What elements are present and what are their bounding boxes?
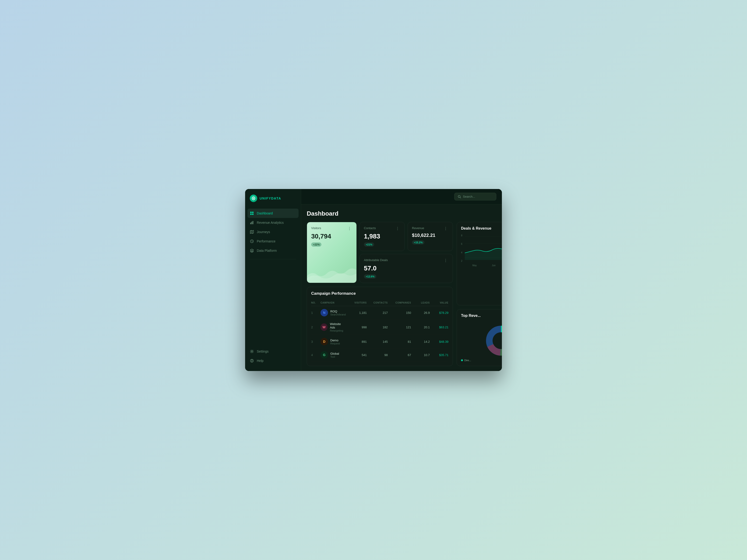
campaign-name: Global [330, 352, 339, 355]
row-num: 2 [311, 325, 320, 329]
campaign-type: Tool [330, 355, 339, 358]
deals-card-header: Attributable Deals ⋮ [364, 258, 448, 263]
campaign-table-header: NO. CAMPAIGN VISITORS CONTACTS COMPANIES… [311, 300, 448, 306]
revenue-label: Revenue [412, 226, 424, 230]
row-num: 4 [311, 353, 320, 357]
deals-badge: +12.6% [364, 274, 377, 278]
app-window: UNIFYDATA Dashboard [245, 189, 502, 371]
top-revenue-title: Top Reve... [461, 314, 481, 318]
main-content: Search... Dashboard Visitors ⋮ [301, 189, 502, 371]
map-icon [250, 230, 254, 234]
sidebar-item-revenue-label: Revenue Analytics [257, 221, 284, 224]
campaign-info: G Global Tool [320, 351, 346, 358]
svg-point-25 [495, 335, 502, 347]
revenue-more-btn[interactable]: ⋮ [443, 226, 448, 231]
deals-card-small: Attributable Deals ⋮ 57.0 +12.6% [360, 254, 453, 283]
revenue-value: $10,622.21 [412, 233, 448, 238]
sidebar-item-journeys[interactable]: Journeys [245, 227, 301, 237]
svg-rect-3 [252, 212, 254, 213]
right-panel: Deals & Revenue 8 6 4 2 [457, 222, 502, 366]
td-leads: 20.1 [411, 325, 430, 329]
td-visitors: 541 [346, 353, 367, 357]
sidebar-item-performance[interactable]: Performance [245, 237, 301, 246]
campaign-logo: W [320, 323, 328, 331]
svg-rect-4 [250, 213, 252, 215]
sidebar-item-settings-label: Settings [257, 349, 269, 353]
td-contacts: 182 [367, 325, 388, 329]
campaign-name: Website Ads [330, 322, 346, 329]
td-contacts: 217 [367, 311, 388, 315]
sidebar-item-data-platform[interactable]: Data Platform [245, 246, 301, 255]
sidebar-item-help-label: Help [257, 359, 263, 363]
table-row[interactable]: 4 G Global Tool 541 98 67 10.7 $35.71 [311, 348, 448, 362]
th-contacts: CONTACTS [367, 301, 388, 304]
deals-revenue-card: Deals & Revenue 8 6 4 2 [457, 222, 502, 305]
td-companies: 150 [388, 311, 411, 315]
td-visitors: 998 [346, 325, 367, 329]
table-row[interactable]: 3 D Demo Request 891 145 81 14.2 $48.39 [311, 335, 448, 348]
campaign-logo: G [320, 351, 328, 358]
grid-icon [250, 211, 254, 215]
visitors-value: 30,794 [311, 233, 352, 240]
donut-chart [461, 324, 502, 357]
sidebar-item-dashboard[interactable]: Dashboard [248, 209, 299, 218]
clock-icon [250, 239, 254, 243]
campaign-name: Demo [330, 339, 340, 342]
legend-item: Dire... [461, 359, 502, 362]
visitors-label: Visitors [311, 226, 321, 230]
th-leads: LEADS [411, 301, 430, 304]
visitors-more-btn[interactable]: ⋮ [347, 226, 352, 231]
td-contacts: 98 [367, 353, 388, 357]
td-companies: 81 [388, 340, 411, 344]
svg-rect-8 [253, 221, 253, 224]
td-value: $63.21 [430, 325, 448, 329]
svg-point-10 [251, 351, 253, 352]
contacts-label: Contacts [364, 226, 376, 230]
contacts-badge: +21% [364, 242, 374, 247]
campaign-info: N ROQ Search/brand [320, 309, 346, 316]
sidebar-item-help[interactable]: Help [245, 356, 301, 365]
td-leads: 14.2 [411, 340, 430, 344]
contacts-card-header: Contacts ⋮ [364, 226, 400, 231]
campaign-info: W Website Ads Retargeting [320, 322, 346, 332]
sidebar-item-dashboard-label: Dashboard [257, 211, 273, 215]
deals-value: 57.0 [364, 265, 448, 272]
stats-row: Visitors ⋮ 30,794 +22% [307, 222, 453, 283]
svg-point-13 [458, 195, 460, 197]
search-bar[interactable]: Search... [454, 193, 496, 201]
th-campaign: CAMPAIGN [320, 301, 346, 304]
svg-rect-2 [250, 212, 252, 213]
top-revenue-card: Top Reve... Channels: All [457, 309, 502, 366]
logo: UNIFYDATA [245, 195, 301, 209]
bottom-nav: Settings Help [245, 347, 301, 365]
td-value: $35.71 [430, 353, 448, 357]
th-companies: COMPANIES [388, 301, 411, 304]
search-placeholder: Search... [463, 195, 475, 198]
sidebar-item-settings[interactable]: Settings [245, 347, 301, 356]
campaign-title: Campaign Performance [311, 291, 448, 296]
deals-more-btn[interactable]: ⋮ [443, 258, 448, 263]
left-section: Visitors ⋮ 30,794 +22% [307, 222, 453, 366]
gear-icon [250, 349, 254, 353]
revenue-card: Revenue ⋮ $10,622.21 +15.2% [408, 222, 453, 251]
contacts-more-btn[interactable]: ⋮ [395, 226, 400, 231]
sidebar: UNIFYDATA Dashboard [245, 189, 301, 371]
sidebar-item-journeys-label: Journeys [257, 230, 270, 234]
campaign-name: ROQ [330, 310, 346, 313]
layers-icon [250, 248, 254, 253]
deals-revenue-title: Deals & Revenue [461, 226, 502, 231]
legend-label: Dire... [464, 359, 471, 362]
campaign-logo: N [320, 309, 328, 316]
dashboard-grid: Visitors ⋮ 30,794 +22% [307, 222, 496, 366]
campaign-section: Campaign Performance NO. CAMPAIGN VISITO… [307, 287, 453, 366]
deals-chart: 8 6 4 2 [461, 234, 502, 267]
svg-rect-5 [252, 213, 254, 215]
logo-text: UNIFYDATA [260, 196, 281, 200]
table-row[interactable]: 2 W Website Ads Retargeting 998 182 121 … [311, 319, 448, 335]
campaign-type: Search/brand [330, 313, 346, 316]
sidebar-item-revenue[interactable]: Revenue Analytics [245, 218, 301, 227]
visitors-badge: +22% [311, 242, 321, 247]
table-row[interactable]: 1 N ROQ Search/brand 1,181 217 150 26.9 … [311, 306, 448, 319]
td-leads: 26.9 [411, 311, 430, 315]
td-leads: 10.7 [411, 353, 430, 357]
